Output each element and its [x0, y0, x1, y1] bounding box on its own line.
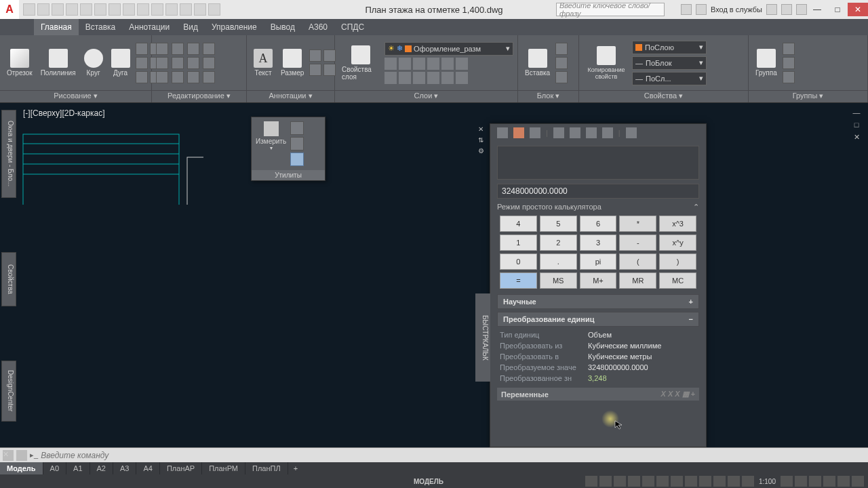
- calc-result[interactable]: 3248000000.0000: [497, 184, 699, 199]
- viewport-restore[interactable]: □: [852, 121, 861, 130]
- viewport-minimize[interactable]: —: [852, 108, 861, 118]
- signin-icon[interactable]: [696, 4, 707, 15]
- calc-key-0[interactable]: 0: [500, 253, 537, 270]
- calc-key-1[interactable]: 1: [500, 235, 537, 251]
- layer-tool-icon[interactable]: [427, 72, 439, 84]
- menu-tab-СПДС[interactable]: СПДС: [334, 19, 371, 35]
- status-icon[interactable]: [614, 476, 626, 487]
- cmd-recent-icon[interactable]: [16, 450, 27, 461]
- status-icon[interactable]: [823, 476, 835, 487]
- calc-toolbar-icon[interactable]: [570, 127, 580, 138]
- status-icon[interactable]: [628, 476, 640, 487]
- calc-key-2[interactable]: 2: [540, 235, 577, 251]
- maximize-button[interactable]: □: [827, 3, 848, 16]
- panel-ann-label[interactable]: Аннотации ▾: [247, 90, 334, 102]
- status-scale[interactable]: 1:100: [756, 478, 778, 485]
- palette-tab-designcenter[interactable]: DesignCenter: [1, 361, 16, 422]
- dimension-button[interactable]: Размер: [278, 47, 307, 78]
- qat-icon[interactable]: [180, 3, 192, 16]
- layout-tab-А2[interactable]: А2: [90, 462, 113, 474]
- menu-tab-Аннотации[interactable]: Аннотации: [122, 19, 176, 35]
- ann-small-icon[interactable]: [323, 49, 336, 62]
- layer-tool-icon[interactable]: [441, 58, 454, 70]
- lineweight-dropdown[interactable]: —ПоСл...▾: [632, 72, 707, 85]
- insert-block-button[interactable]: Вставка: [522, 47, 553, 78]
- draw-small-icon[interactable]: [136, 43, 148, 55]
- calc-key-*[interactable]: *: [619, 216, 656, 232]
- quickcalc-button[interactable]: [290, 152, 304, 166]
- group-small-icon[interactable]: [783, 71, 795, 83]
- cmd-close-icon[interactable]: ✕: [3, 450, 14, 461]
- conv-from-value[interactable]: Кубические миллиме: [588, 342, 661, 350]
- group-button[interactable]: Группа: [753, 47, 780, 78]
- qat-icon[interactable]: [151, 3, 163, 16]
- calc-key-x^3[interactable]: x^3: [659, 216, 696, 232]
- calc-key-=[interactable]: =: [500, 272, 537, 289]
- qat-icon[interactable]: [208, 3, 220, 16]
- panel-props-label[interactable]: Свойства ▾: [579, 90, 748, 102]
- calc-key-6[interactable]: 6: [580, 216, 617, 232]
- layer-tool-icon[interactable]: [399, 58, 411, 70]
- layout-tab-ПланПЛ[interactable]: ПланПЛ: [245, 462, 288, 474]
- utilities-label[interactable]: Утилиты: [252, 170, 325, 180]
- edit-icon[interactable]: [187, 71, 199, 83]
- match-props-button[interactable]: Копирование свойств: [583, 45, 629, 81]
- qat-icon[interactable]: [94, 3, 106, 16]
- layout-tab-А0[interactable]: А0: [43, 462, 66, 474]
- block-small-icon[interactable]: [555, 43, 568, 55]
- layout-tab-А3[interactable]: А3: [113, 462, 136, 474]
- cloud-icon[interactable]: [781, 4, 792, 15]
- edit-icon[interactable]: [203, 71, 215, 83]
- command-line[interactable]: ✕ ▸_: [0, 447, 868, 462]
- calc-toolbar-icon[interactable]: [553, 127, 564, 138]
- qat-icon[interactable]: [194, 3, 206, 16]
- close-button[interactable]: ✕: [848, 3, 868, 16]
- util-icon[interactable]: [290, 137, 304, 150]
- status-icon[interactable]: [742, 476, 754, 487]
- layout-tab-А4[interactable]: А4: [136, 462, 159, 474]
- palette-tab-properties[interactable]: Свойства: [1, 252, 16, 306]
- calc-key-3[interactable]: 3: [580, 235, 617, 251]
- status-icon[interactable]: [685, 476, 697, 487]
- group-small-icon[interactable]: [783, 57, 795, 69]
- block-small-icon[interactable]: [555, 57, 568, 69]
- status-icon[interactable]: [809, 476, 821, 487]
- draw-small-icon[interactable]: [136, 71, 148, 83]
- calc-key-MC[interactable]: MC: [659, 272, 696, 289]
- layout-tab-А1[interactable]: А1: [66, 462, 90, 474]
- edit-icon[interactable]: [187, 43, 199, 55]
- calc-key-)[interactable]: ): [659, 253, 696, 270]
- collapse-icon[interactable]: ⌃: [693, 203, 699, 211]
- circle-button[interactable]: Круг: [81, 47, 106, 78]
- infocenter-icon[interactable]: [681, 4, 692, 15]
- calc-history[interactable]: [497, 146, 699, 180]
- calc-key-([interactable]: (: [619, 253, 656, 270]
- status-icon[interactable]: [656, 476, 669, 487]
- menu-tab-Главная[interactable]: Главная: [34, 19, 79, 35]
- edit-icon[interactable]: [172, 71, 184, 83]
- calc-toolbar-icon[interactable]: [530, 127, 540, 138]
- qat-icon[interactable]: [80, 3, 92, 16]
- app-logo[interactable]: A: [0, 0, 19, 19]
- section-scientific[interactable]: Научные+: [497, 294, 699, 309]
- conv-type-value[interactable]: Объем: [588, 331, 612, 339]
- menu-tab-Вид[interactable]: Вид: [176, 19, 205, 35]
- conv-to-value[interactable]: Кубические метры: [588, 352, 652, 361]
- block-small-icon[interactable]: [555, 71, 568, 83]
- qat-icon[interactable]: [137, 3, 149, 16]
- qat-icon[interactable]: [37, 3, 50, 16]
- layout-tab-ПланАР[interactable]: ПланАР: [160, 462, 202, 474]
- calc-key-5[interactable]: 5: [540, 216, 577, 232]
- status-model[interactable]: МОДЕЛЬ: [411, 478, 446, 485]
- qat-icon[interactable]: [123, 3, 135, 16]
- minimize-button[interactable]: —: [807, 3, 827, 16]
- status-icon[interactable]: [837, 476, 850, 487]
- calc-toolbar-icon[interactable]: [513, 127, 524, 138]
- calc-toolbar-icon[interactable]: [602, 127, 613, 138]
- palette-pin-icon[interactable]: ⇅: [475, 136, 486, 146]
- edit-icon[interactable]: [156, 71, 168, 83]
- layout-tab-Модель[interactable]: Модель: [0, 462, 43, 474]
- calc-key-MR[interactable]: MR: [619, 272, 656, 289]
- command-input[interactable]: [41, 451, 865, 460]
- layer-tool-icon[interactable]: [413, 72, 425, 84]
